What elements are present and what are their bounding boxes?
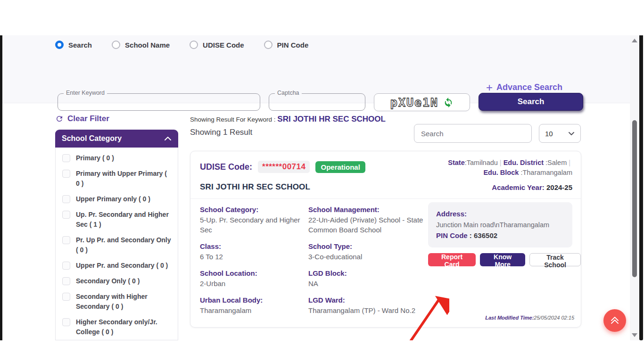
- filter-item-secondary-higher-secondary[interactable]: Secondary with Higher Secondary ( 0 ): [62, 292, 171, 312]
- filter-label: Upper Pr. and Secondary ( 0 ): [76, 261, 168, 271]
- divider: [190, 198, 581, 199]
- detail-value: 6 To 12: [200, 252, 308, 262]
- state-label: State: [448, 159, 464, 166]
- results-search-input[interactable]: [414, 124, 532, 143]
- filter-item-up-pr-secondary-higher-sec[interactable]: Up. Pr. Secondary and Higher Sec ( 1 ): [62, 210, 171, 230]
- radio-selected-icon[interactable]: [55, 41, 64, 49]
- advance-search-link[interactable]: + Advance Search: [486, 82, 562, 92]
- detail-label: School Location:: [200, 268, 308, 279]
- school-result-card: UDISE Code: ******00714 Operational Stat…: [190, 151, 581, 328]
- address-label: Address:: [436, 208, 564, 220]
- checkbox[interactable]: [62, 293, 70, 301]
- double-chevron-up-icon: [610, 316, 620, 325]
- keyword-input[interactable]: [64, 95, 254, 109]
- radio-school-name[interactable]: School Name: [112, 41, 170, 49]
- clear-filter-label: Clear Filter: [67, 114, 109, 123]
- keyword-field: Enter Keyword: [58, 93, 260, 111]
- clear-filter-button[interactable]: Clear Filter: [55, 114, 109, 123]
- filter-panel: School Category Primary ( 0 ) Primary wi…: [55, 130, 178, 340]
- filter-item-upper-primary-only[interactable]: Upper Primary only ( 0 ): [62, 194, 171, 204]
- checkbox[interactable]: [62, 195, 70, 203]
- checkbox[interactable]: [62, 154, 70, 162]
- detail-value: 22-Un-Aided (Private) School - State Com…: [308, 215, 427, 235]
- scrollbar[interactable]: [630, 35, 639, 340]
- page-size-select[interactable]: 10: [539, 124, 581, 143]
- last-modified-label: Last Modified Time:: [485, 315, 534, 321]
- scrollbar-down-arrow[interactable]: [632, 333, 637, 337]
- report-card-button[interactable]: Report Card: [428, 253, 476, 266]
- result-keyword-label: Showing Result For Keyword :: [190, 116, 277, 123]
- detail-label: School Type:: [308, 241, 427, 252]
- plus-icon: +: [486, 83, 493, 92]
- pin-code-value: : 636502: [468, 231, 497, 239]
- filter-label: Up. Pr. Secondary and Higher Sec ( 1 ): [76, 210, 171, 230]
- detail-value: NA: [308, 279, 427, 288]
- checkbox[interactable]: [62, 262, 70, 270]
- detail-urban-local-body: Urban Local Body: Tharamangalam: [200, 295, 308, 315]
- detail-school-management: School Management: 22-Un-Aided (Private)…: [308, 204, 427, 235]
- page: Search School Name UDISE Code PIN Code E…: [0, 0, 644, 362]
- radio-icon[interactable]: [190, 41, 198, 49]
- captcha-refresh-icon[interactable]: [443, 97, 454, 107]
- school-category-header[interactable]: School Category: [55, 130, 178, 148]
- detail-school-location: School Location: 2-Urban: [200, 268, 308, 288]
- detail-value: Tharamangalam: [200, 305, 308, 315]
- know-more-button[interactable]: Know More: [480, 253, 525, 266]
- radio-pin-code[interactable]: PIN Code: [264, 41, 309, 49]
- checkbox[interactable]: [62, 277, 70, 285]
- filter-label: Secondary Only ( 0 ): [76, 276, 140, 286]
- filter-item-higher-secondary-jr-college[interactable]: Higher Secondary only/Jr. College ( 0 ): [62, 317, 171, 337]
- radio-label: UDISE Code: [203, 41, 244, 49]
- detail-value: 5-Up. Pr. Secondary and Higher Sec: [200, 215, 308, 235]
- udise-code-label: UDISE Code:: [200, 162, 252, 172]
- district-value: :Salem: [545, 159, 567, 166]
- academic-year: Academic Year: 2024-25: [492, 183, 572, 191]
- window-right-edge: [639, 35, 643, 340]
- radio-label: Search: [68, 41, 92, 49]
- filter-label: Primary ( 0 ): [76, 153, 114, 163]
- radio-icon[interactable]: [112, 41, 120, 49]
- detail-school-type: School Type: 3-Co-educational: [308, 241, 427, 262]
- reset-icon: [55, 115, 64, 123]
- track-school-button[interactable]: Track School: [529, 253, 581, 266]
- radio-search[interactable]: Search: [55, 41, 92, 49]
- radio-label: PIN Code: [277, 41, 309, 49]
- filter-item-primary-upper-primary[interactable]: Primary with Upper Primary ( 0 ): [62, 169, 171, 189]
- checkbox[interactable]: [62, 211, 70, 219]
- captcha-image: pXUe1N: [374, 93, 470, 111]
- udise-row: UDISE Code: ******00714 Operational: [200, 161, 365, 173]
- checkbox[interactable]: [62, 236, 70, 244]
- details-column-right: School Management: 22-Un-Aided (Private)…: [308, 204, 427, 321]
- scrollbar-thumb[interactable]: [632, 120, 637, 277]
- block-label: Edu. Block: [483, 169, 519, 176]
- last-modified: Last Modified Time:25/05/2024 02:15: [485, 315, 574, 321]
- detail-label: Class:: [200, 241, 308, 252]
- result-count: Showing 1 Result: [190, 128, 252, 137]
- radio-udise-code[interactable]: UDISE Code: [190, 41, 244, 49]
- detail-school-category: School Category: 5-Up. Pr. Secondary and…: [200, 204, 308, 235]
- filter-item-secondary-only[interactable]: Secondary Only ( 0 ): [62, 276, 171, 286]
- filter-item-pr-up-pr-secondary-only[interactable]: Pr. Up Pr. and Secondary Only ( 0 ): [62, 235, 171, 255]
- radio-label: School Name: [125, 41, 170, 49]
- academic-year-label: Academic Year:: [492, 183, 544, 191]
- scrollbar-up-arrow[interactable]: [632, 39, 637, 42]
- filter-label: Secondary with Higher Secondary ( 0 ): [76, 292, 171, 312]
- captcha-input[interactable]: [275, 95, 359, 109]
- filter-item-upper-pr-secondary[interactable]: Upper Pr. and Secondary ( 0 ): [62, 261, 171, 271]
- filter-label: Higher Secondary only/Jr. College ( 0 ): [76, 317, 171, 337]
- chevron-up-icon: [164, 136, 172, 141]
- radio-icon[interactable]: [264, 41, 272, 49]
- scroll-to-top-button[interactable]: [603, 309, 626, 332]
- detail-value: 3-Co-educational: [308, 252, 427, 262]
- checkbox[interactable]: [62, 170, 70, 178]
- checkbox[interactable]: [62, 318, 70, 326]
- filter-label: Primary with Upper Primary ( 0 ): [76, 169, 171, 189]
- detail-class: Class: 6 To 12: [200, 241, 308, 262]
- school-name: SRI JOTHI HR SEC SCHOOL: [200, 182, 310, 192]
- advance-search-label: Advance Search: [496, 82, 562, 92]
- separator: |: [498, 159, 504, 166]
- filter-item-primary[interactable]: Primary ( 0 ): [62, 153, 171, 163]
- state-value: :Tamilnadu: [465, 159, 498, 166]
- detail-value: Tharamangalam (TP) - Ward No.2: [308, 305, 427, 315]
- search-button[interactable]: Search: [479, 93, 583, 111]
